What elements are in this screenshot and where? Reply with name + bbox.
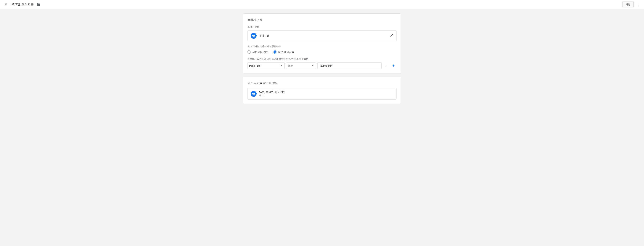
ref-item-icon bbox=[251, 91, 256, 97]
radio-group: 모든 페이지뷰 일부 페이지뷰 bbox=[248, 50, 396, 54]
eye-icon bbox=[252, 34, 255, 37]
edit-icon[interactable] bbox=[390, 34, 393, 38]
save-button[interactable]: 저장 bbox=[622, 2, 634, 8]
folder-icon bbox=[36, 3, 40, 6]
more-options-button[interactable]: ⋮ bbox=[635, 2, 641, 8]
trigger-type-left: 페이지뷰 bbox=[251, 33, 269, 39]
trigger-type-label: 트리거 유형 bbox=[248, 25, 396, 29]
ref-item-info: GA4_로그인_페이지뷰 태그 bbox=[259, 90, 286, 97]
radio-some-input[interactable] bbox=[273, 50, 276, 54]
remove-condition-button[interactable]: - bbox=[383, 63, 389, 69]
condition-row: Page Path 포함 - + bbox=[248, 62, 396, 69]
page-title: 로그인_페이지뷰 bbox=[11, 3, 34, 6]
ref-item-type: 태그 bbox=[259, 94, 286, 97]
eye-icon-ref bbox=[252, 92, 255, 95]
ref-item[interactable]: GA4_로그인_페이지뷰 태그 bbox=[248, 88, 396, 100]
condition-label: 이벤트가 발생하고 모든 조건을 충족하는 경우 이 트리거 실행 bbox=[248, 57, 396, 61]
condition-section: 이벤트가 발생하고 모든 조건을 충족하는 경우 이 트리거 실행 Page P… bbox=[248, 57, 396, 69]
header-left: × 로그인_페이지뷰 bbox=[3, 2, 622, 8]
header-right: 저장 ⋮ bbox=[622, 2, 641, 8]
trigger-type-name: 페이지뷰 bbox=[259, 34, 269, 37]
ref-card: 이 트리거를 참조한 항목 GA4_로그인_페이지뷰 태그 bbox=[243, 77, 401, 104]
condition-field-select[interactable]: Page Path bbox=[248, 62, 285, 69]
radio-all-label: 모든 페이지뷰 bbox=[252, 50, 269, 54]
header: × 로그인_페이지뷰 저장 ⋮ bbox=[0, 0, 644, 9]
condition-value-input[interactable] bbox=[317, 62, 382, 69]
fires-section: 이 트리거는 다음에서 실행됩니다. 모든 페이지뷰 일부 페이지뷰 bbox=[248, 45, 396, 54]
ref-item-name: GA4_로그인_페이지뷰 bbox=[259, 90, 286, 94]
main-content: 트리거 구성 트리거 유형 페이지뷰 이 트리거는 다음에서 실행됩니다. bbox=[238, 9, 406, 112]
trigger-type-selector[interactable]: 페이지뷰 bbox=[248, 30, 396, 41]
trigger-config-title: 트리거 구성 bbox=[248, 18, 396, 22]
radio-all-pages[interactable]: 모든 페이지뷰 bbox=[248, 50, 269, 54]
condition-operator-select[interactable]: 포함 bbox=[286, 62, 316, 69]
ref-card-title: 이 트리거를 참조한 항목 bbox=[248, 81, 396, 85]
trigger-config-card: 트리거 구성 트리거 유형 페이지뷰 이 트리거는 다음에서 실행됩니다. bbox=[243, 14, 401, 74]
radio-some-label: 일부 페이지뷰 bbox=[278, 50, 294, 54]
fires-label: 이 트리거는 다음에서 실행됩니다. bbox=[248, 45, 396, 48]
folder-icon-button[interactable] bbox=[36, 2, 41, 7]
radio-some-pages[interactable]: 일부 페이지뷰 bbox=[273, 50, 294, 54]
close-button[interactable]: × bbox=[3, 2, 9, 8]
add-condition-button[interactable]: + bbox=[390, 63, 396, 69]
radio-all-input[interactable] bbox=[248, 50, 251, 54]
trigger-type-icon bbox=[251, 33, 256, 39]
